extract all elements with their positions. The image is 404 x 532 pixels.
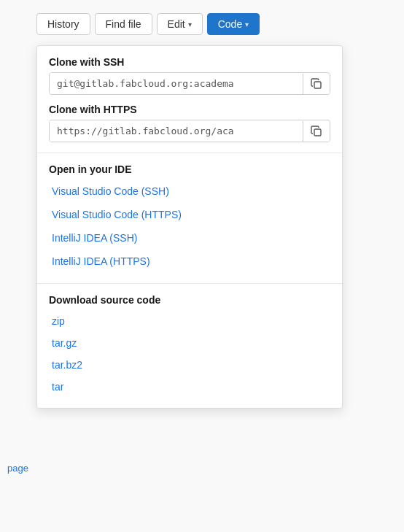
intellij-ssh-item[interactable]: IntelliJ IDEA (SSH) xyxy=(49,226,330,250)
intellij-https-item[interactable]: IntelliJ IDEA (HTTPS) xyxy=(49,250,330,273)
code-label: Code xyxy=(218,18,242,30)
download-section: Download source code zip tar.gz tar.bz2 … xyxy=(37,283,342,408)
open-ide-section: Open in your IDE Visual Studio Code (SSH… xyxy=(37,153,342,283)
download-targz-item[interactable]: tar.gz xyxy=(49,332,330,354)
download-zip-item[interactable]: zip xyxy=(49,310,330,332)
svg-rect-1 xyxy=(314,129,321,136)
clone-https-title: Clone with HTTPS xyxy=(49,104,330,115)
vscode-ssh-item[interactable]: Visual Studio Code (SSH) xyxy=(49,180,330,203)
code-dropdown-panel: Clone with SSH Clone with HTTPS xyxy=(36,45,343,409)
history-button[interactable]: History xyxy=(36,13,90,35)
clone-ssh-group: Clone with SSH xyxy=(49,56,330,95)
toolbar: History Find file Edit ▾ Code ▾ xyxy=(36,13,260,35)
clone-https-input-row xyxy=(49,120,330,142)
page-link[interactable]: page xyxy=(7,463,28,474)
code-button[interactable]: Code ▾ xyxy=(207,13,260,35)
copy-icon xyxy=(311,78,322,90)
clone-ssh-input[interactable] xyxy=(50,73,303,94)
copy-https-button[interactable] xyxy=(303,121,330,142)
download-tar-item[interactable]: tar xyxy=(49,376,330,398)
copy-icon-https xyxy=(311,126,322,137)
clone-ssh-title: Clone with SSH xyxy=(49,56,330,68)
clone-ssh-input-row xyxy=(49,72,330,95)
download-title: Download source code xyxy=(49,294,330,306)
edit-label: Edit xyxy=(168,18,185,30)
vscode-https-item[interactable]: Visual Studio Code (HTTPS) xyxy=(49,203,330,226)
clone-https-group: Clone with HTTPS xyxy=(49,104,330,142)
edit-button[interactable]: Edit ▾ xyxy=(157,13,203,35)
find-file-button[interactable]: Find file xyxy=(95,13,152,35)
open-ide-title: Open in your IDE xyxy=(49,163,330,175)
clone-ssh-section: Clone with SSH Clone with HTTPS xyxy=(37,46,342,153)
chevron-down-icon: ▾ xyxy=(188,20,192,28)
chevron-down-icon-code: ▾ xyxy=(245,20,249,28)
download-tarbz2-item[interactable]: tar.bz2 xyxy=(49,354,330,376)
svg-rect-0 xyxy=(314,82,321,88)
clone-https-input[interactable] xyxy=(50,120,303,142)
copy-ssh-button[interactable] xyxy=(303,74,330,94)
